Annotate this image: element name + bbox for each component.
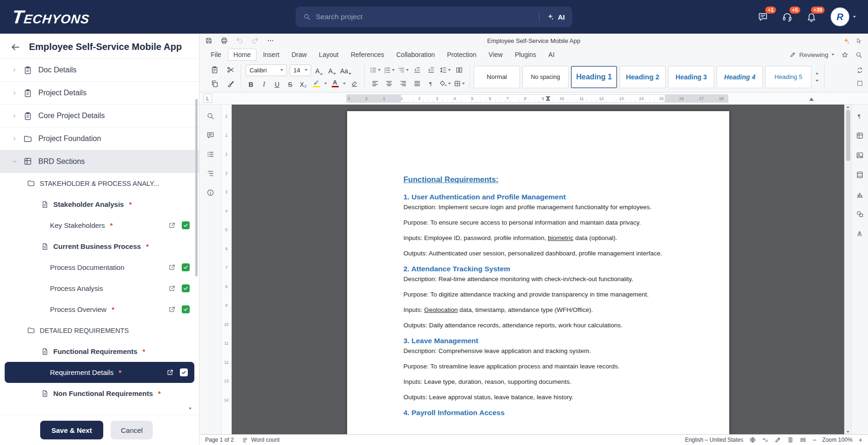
search-panel-icon[interactable] xyxy=(206,112,214,120)
style-no-spacing[interactable]: No spacing xyxy=(522,66,569,88)
scroll-more-indicator[interactable] xyxy=(189,408,192,410)
align-right-button[interactable] xyxy=(398,78,409,89)
external-link-icon[interactable] xyxy=(166,369,174,376)
font-size-select[interactable]: 14 xyxy=(290,64,311,76)
external-link-icon[interactable] xyxy=(168,285,176,292)
scroll-up-arrow[interactable] xyxy=(847,106,849,108)
sidebar-section-doc-details[interactable]: Doc Details xyxy=(0,58,199,81)
avatar[interactable]: R xyxy=(831,7,849,26)
image-settings-icon[interactable] xyxy=(856,151,864,159)
tree-item-requirement-details[interactable]: Requirement Details * xyxy=(5,362,194,383)
tab-file[interactable]: File xyxy=(205,49,227,61)
bullet-list-button[interactable] xyxy=(370,64,381,76)
sidebar-section-core-project-details[interactable]: Core Project Details xyxy=(0,104,199,127)
search-input[interactable] xyxy=(316,13,534,21)
zoom-out-button[interactable]: − xyxy=(812,437,816,443)
copy-style-button[interactable] xyxy=(225,78,236,90)
right-indent-marker[interactable] xyxy=(809,98,814,101)
clear-style-button[interactable] xyxy=(349,78,360,89)
tab-layout[interactable]: Layout xyxy=(313,49,344,61)
tree-item-process-documentation[interactable]: Process Documentation xyxy=(0,257,199,278)
pointer-icon[interactable] xyxy=(855,37,862,44)
style-heading-1[interactable]: Heading 1 xyxy=(571,66,617,88)
project-search[interactable]: AI xyxy=(296,7,572,27)
shading-button[interactable] xyxy=(440,78,451,89)
tab-stop-selector[interactable]: L xyxy=(203,94,212,103)
horizontal-ruler[interactable]: 321123456789101112131415161718 xyxy=(346,94,728,103)
tree-item-stakeholder-process-analysis[interactable]: STAKEHOLDER & PROCESS ANALY... xyxy=(0,173,199,194)
style-normal[interactable]: Normal xyxy=(474,66,520,88)
justify-button[interactable] xyxy=(412,78,423,89)
tab-references[interactable]: References xyxy=(345,49,390,61)
page-indicator[interactable]: Page 1 of 2 xyxy=(205,437,234,443)
bold-button[interactable]: B xyxy=(246,78,256,90)
gallery-up-icon[interactable] xyxy=(816,72,818,74)
fit-page-icon[interactable] xyxy=(787,437,794,443)
navigation-panel-icon[interactable] xyxy=(206,150,214,158)
redo-icon[interactable] xyxy=(251,37,259,44)
tab-collaboration[interactable]: Collaboration xyxy=(391,49,441,61)
subscript-button[interactable]: X₂ xyxy=(298,78,308,90)
about-panel-icon[interactable] xyxy=(206,189,214,197)
numbered-list-button[interactable] xyxy=(384,64,395,76)
tree-item-non-functional-requirements[interactable]: Non Functional Requirements * xyxy=(0,383,199,404)
nonprinting-chars-button[interactable] xyxy=(426,78,437,89)
comments-panel-icon[interactable] xyxy=(206,131,214,139)
word-count-button[interactable]: Word count xyxy=(242,437,279,443)
external-link-icon[interactable] xyxy=(168,306,176,313)
left-indent-marker[interactable] xyxy=(546,98,550,101)
italic-button[interactable]: I xyxy=(259,78,269,90)
zoom-in-button[interactable]: + xyxy=(859,437,862,443)
tab-draw[interactable]: Draw xyxy=(286,49,313,61)
external-link-icon[interactable] xyxy=(168,264,176,271)
borders-button[interactable] xyxy=(454,78,465,89)
align-left-button[interactable] xyxy=(370,78,381,89)
replace-icon[interactable] xyxy=(856,67,863,74)
sidebar-section-brd-sections[interactable]: BRD Sections xyxy=(0,150,199,173)
tree-item-process-analysis[interactable]: Process Analysis xyxy=(0,278,199,299)
print-icon[interactable] xyxy=(221,37,228,44)
tree-item-functional-requirements[interactable]: Functional Requirements * xyxy=(0,341,199,362)
multilevel-list-button[interactable] xyxy=(398,64,409,76)
copy-button[interactable] xyxy=(209,78,220,90)
select-all-icon[interactable] xyxy=(856,80,863,87)
tree-item-current-business-process[interactable]: Current Business Process * xyxy=(0,236,199,257)
tab-ai[interactable]: AI xyxy=(543,49,560,61)
sidebar-section-project-foundation[interactable]: Project Foundation xyxy=(0,127,199,150)
cancel-button[interactable]: Cancel xyxy=(111,421,153,439)
style-heading-3[interactable]: Heading 3 xyxy=(668,66,714,88)
highlight-color-button[interactable] xyxy=(311,78,321,90)
comments-button[interactable]: +1 xyxy=(758,12,768,22)
fit-width-icon[interactable] xyxy=(800,437,806,443)
app-logo[interactable]: TECHYONS xyxy=(11,7,91,28)
back-button[interactable] xyxy=(10,42,21,52)
sidebar-scrollbar[interactable] xyxy=(195,99,198,276)
save-next-button[interactable]: Save & Next xyxy=(40,421,103,439)
globe-icon[interactable] xyxy=(749,437,756,443)
support-button[interactable]: +5 xyxy=(782,12,792,22)
tree-item-process-overview[interactable]: Process Overview * xyxy=(0,299,199,320)
cut-button[interactable] xyxy=(225,64,236,76)
font-name-select[interactable]: Calibri xyxy=(246,64,287,76)
chart-settings-icon[interactable] xyxy=(856,191,864,198)
search-icon[interactable] xyxy=(855,51,862,58)
gallery-down-icon[interactable] xyxy=(816,80,818,82)
grow-font-button[interactable]: A xyxy=(314,64,324,76)
favorite-star-icon[interactable] xyxy=(841,51,848,58)
tree-item-key-stakeholders[interactable]: Key Stakeholders * xyxy=(0,215,199,236)
paste-button[interactable] xyxy=(209,64,220,76)
header-footer-settings-icon[interactable] xyxy=(856,171,864,179)
change-case-button[interactable]: Aa xyxy=(340,64,351,76)
vertical-ruler[interactable]: 211234567891011121314 xyxy=(221,105,232,434)
columns-button[interactable] xyxy=(454,64,465,76)
tab-view[interactable]: View xyxy=(483,49,508,61)
paragraph-settings-icon[interactable] xyxy=(856,112,864,120)
strikethrough-button[interactable]: S xyxy=(285,78,295,90)
ai-button[interactable]: AI xyxy=(539,13,565,21)
track-changes-icon[interactable] xyxy=(775,437,781,443)
notifications-button[interactable]: +39 xyxy=(806,12,817,22)
tab-plugins[interactable]: Plugins xyxy=(509,49,542,61)
document-canvas[interactable]: Functional Requirements: 1. User Authent… xyxy=(232,105,844,434)
external-link-icon[interactable] xyxy=(168,222,176,229)
review-mode-select[interactable]: Reviewing xyxy=(790,51,834,58)
